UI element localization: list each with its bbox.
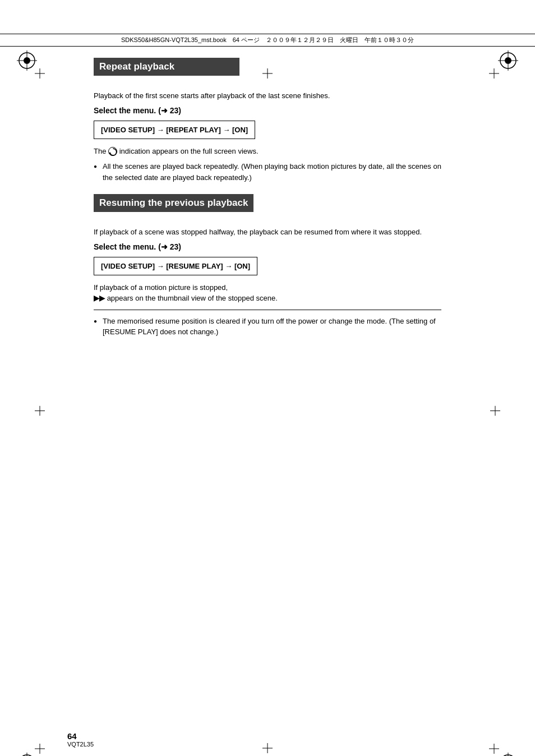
section2-command-box: [VIDEO SETUP] → [RESUME PLAY] → [ON] bbox=[94, 257, 257, 275]
header-file-info: SDKS50&H85GN-VQT2L35_mst.book 64 ページ ２００… bbox=[121, 36, 414, 44]
corner-mark-br bbox=[498, 753, 518, 756]
inner-cross-bl bbox=[35, 744, 46, 755]
footer: 64 VQT2L35 bbox=[67, 731, 94, 748]
repeat-icon bbox=[108, 147, 117, 156]
section1-command: [VIDEO SETUP] → [REPEAT PLAY] → [ON] bbox=[101, 126, 248, 134]
section1-bullet1: All the scenes are played back repeatedl… bbox=[94, 161, 441, 183]
section2-heading: Resuming the previous playback bbox=[94, 194, 253, 212]
section2-divider bbox=[94, 310, 441, 310]
edge-cross-right bbox=[490, 406, 500, 418]
section1-intro: Playback of the first scene starts after… bbox=[94, 90, 441, 102]
page: SDKS50&H85GN-VQT2L35_mst.book 64 ページ ２００… bbox=[0, 34, 535, 756]
section1-heading: Repeat playback bbox=[94, 58, 239, 76]
section2-heading-block: Resuming the previous playback bbox=[94, 194, 441, 219]
section1-bullets: All the scenes are played back repeatedl… bbox=[94, 161, 441, 183]
section2-intro: If playback of a scene was stopped halfw… bbox=[94, 227, 441, 238]
header-bar: SDKS50&H85GN-VQT2L35_mst.book 64 ページ ２００… bbox=[0, 34, 535, 47]
section2-command: [VIDEO SETUP] → [RESUME PLAY] → [ON] bbox=[101, 262, 250, 270]
section2-bullets: The memorised resume position is cleared… bbox=[94, 316, 441, 338]
section2-select-label: Select the menu. (➜ 23) bbox=[94, 242, 441, 251]
footer-model: VQT2L35 bbox=[67, 741, 94, 748]
corner-mark-bl bbox=[17, 753, 37, 756]
resume-icon: ▶▶ bbox=[94, 294, 105, 302]
corner-mark-tr bbox=[498, 50, 518, 71]
section-resume-playback: Resuming the previous playback If playba… bbox=[94, 194, 441, 338]
edge-cross-top bbox=[262, 68, 273, 80]
inner-cross-br bbox=[489, 744, 500, 755]
section1-command-box: [VIDEO SETUP] → [REPEAT PLAY] → [ON] bbox=[94, 121, 255, 139]
edge-cross-bottom bbox=[262, 743, 273, 755]
section1-select-label: Select the menu. (➜ 23) bbox=[94, 106, 441, 115]
section2-bullet1: The memorised resume position is cleared… bbox=[94, 316, 441, 338]
section1-indication: The indication appears on the full scree… bbox=[94, 146, 441, 157]
corner-mark-tl bbox=[17, 50, 37, 71]
content-area: Repeat playback Playback of the first sc… bbox=[26, 47, 509, 382]
inner-cross-tr bbox=[489, 68, 500, 80]
inner-cross-tl bbox=[35, 68, 46, 80]
svg-marker-32 bbox=[109, 152, 111, 154]
footer-page-number: 64 bbox=[67, 731, 94, 741]
edge-cross-left bbox=[35, 406, 45, 418]
section2-stopped-text: If playback of a motion picture is stopp… bbox=[94, 282, 441, 304]
